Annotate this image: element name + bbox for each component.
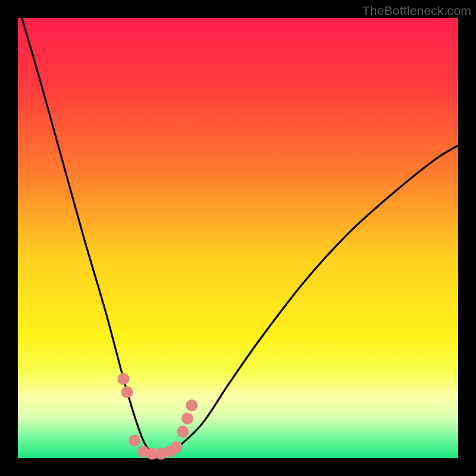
background-gradient: [18, 18, 458, 458]
svg-rect-0: [18, 18, 458, 458]
chart-plot-area: [18, 18, 458, 458]
watermark-text: TheBottleneck.com: [362, 4, 471, 18]
